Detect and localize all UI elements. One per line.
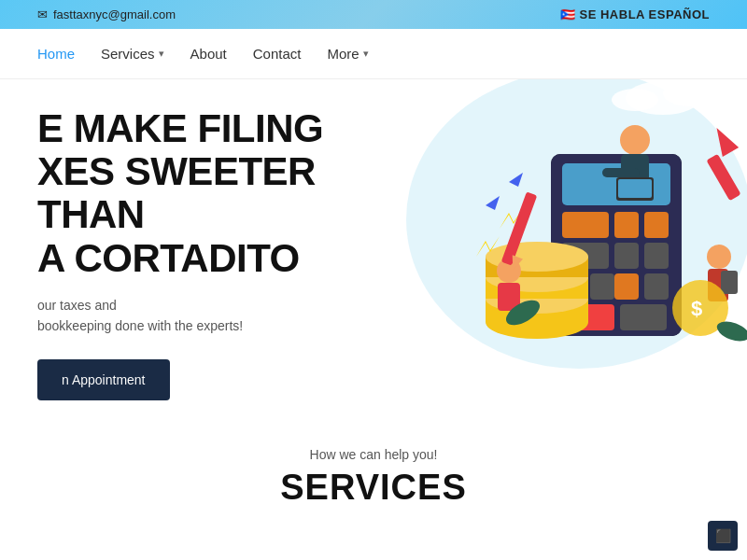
svg-rect-7 [562, 212, 609, 238]
corner-badge: ⬛ [708, 521, 738, 551]
hero-title-line1: E MAKE FILING [37, 106, 323, 150]
hero-illustration: $ [364, 79, 747, 387]
chevron-down-icon-more: ▾ [363, 48, 369, 60]
chevron-down-icon: ▾ [159, 48, 164, 60]
services-section: How we can help you! SERVICES [0, 419, 747, 517]
email-icon: ✉ [37, 7, 48, 21]
svg-point-3 [612, 89, 658, 111]
hero-subtitle-line1: our taxes and [37, 298, 117, 313]
svg-rect-14 [590, 273, 614, 300]
svg-rect-16 [644, 273, 669, 300]
nav-contact[interactable]: Contact [253, 46, 302, 62]
hero-text: E MAKE FILING XES SWEETER THAN A CORTADI… [0, 107, 392, 400]
hero-subtitle-line2: bookkeeping done with the experts! [37, 318, 243, 333]
nav-home[interactable]: Home [37, 46, 75, 62]
top-bar: ✉ fasttaxnyc@gmail.com 🇵🇷 SE HABLA ESPAÑ… [0, 0, 747, 29]
hero-subtitle: our taxes and bookkeeping done with the … [37, 295, 392, 337]
svg-rect-39 [721, 271, 738, 294]
svg-rect-30 [618, 179, 652, 198]
hero-section: E MAKE FILING XES SWEETER THAN A CORTADI… [0, 79, 747, 419]
email-section: ✉ fasttaxnyc@gmail.com [37, 7, 176, 21]
svg-point-2 [663, 80, 719, 106]
badge-icon: ⬛ [715, 528, 731, 543]
svg-point-37 [707, 245, 731, 269]
svg-rect-18 [620, 304, 667, 330]
svg-point-26 [620, 125, 650, 155]
services-title: SERVICES [0, 468, 747, 508]
services-subtitle: How we can help you! [0, 447, 747, 462]
svg-rect-12 [644, 243, 669, 269]
email-address: fasttaxnyc@gmail.com [53, 7, 176, 21]
spanish-section: 🇵🇷 SE HABLA ESPAÑOL [560, 7, 710, 21]
hero-title-line2: XES SWEETER THAN [37, 149, 316, 236]
appointment-button[interactable]: n Appointment [37, 359, 170, 400]
spanish-text: SE HABLA ESPAÑOL [580, 7, 710, 21]
nav-links: Home Services ▾ About Contact More ▾ [37, 46, 369, 62]
nav-more[interactable]: More ▾ [327, 46, 368, 62]
hero-title-line3: A CORTADITO [37, 236, 300, 280]
nav-about[interactable]: About [190, 46, 227, 62]
svg-rect-15 [614, 273, 639, 300]
svg-rect-8 [614, 212, 639, 238]
navbar: Home Services ▾ About Contact More ▾ [0, 29, 747, 79]
svg-rect-11 [614, 243, 639, 269]
svg-text:$: $ [691, 297, 702, 320]
svg-rect-28 [602, 168, 640, 177]
nav-services[interactable]: Services ▾ [101, 46, 164, 62]
hero-title: E MAKE FILING XES SWEETER THAN A CORTADI… [37, 107, 392, 280]
svg-rect-9 [644, 212, 669, 238]
flag-icon: 🇵🇷 [560, 7, 576, 21]
